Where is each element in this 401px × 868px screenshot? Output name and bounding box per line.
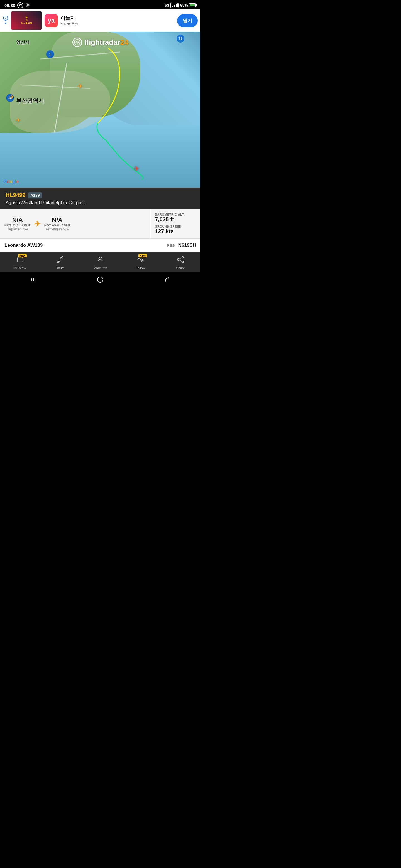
departure-col: N/A NOT AVAILABLE Departed N/A: [4, 216, 31, 231]
svg-rect-17: [31, 278, 32, 281]
ad-image-text: 늘자최선을다해: [21, 16, 32, 25]
baro-alt-label: BAROMETRIC ALT.: [155, 213, 196, 216]
from-label: NOT AVAILABLE: [4, 224, 31, 227]
from-code: N/A: [12, 216, 23, 224]
nav-label-follow: Follow: [136, 266, 145, 270]
sys-nav-home[interactable]: [97, 276, 104, 284]
map-area[interactable]: flightradar 24 1 10 31 양산시 부산광역시 ✈ ✈ ✈ ✈…: [0, 32, 200, 187]
svg-point-13: [182, 261, 183, 262]
status-right: 5G 95%: [164, 3, 196, 8]
battery-body: [189, 3, 196, 7]
sys-nav-recents[interactable]: [164, 276, 170, 284]
battery-fill: [190, 4, 195, 6]
svg-line-16: [179, 260, 182, 261]
nav-item-follow[interactable]: NEW Follow: [120, 256, 161, 270]
signal-bars: [172, 3, 178, 7]
ad-close-btn[interactable]: ×: [4, 21, 7, 26]
plane-divider-icon: ✈: [34, 219, 41, 229]
ad-app-icon: ya: [45, 14, 58, 27]
nav-item-3d-view[interactable]: NEW 3D view: [0, 256, 40, 270]
departed-label: Departed N/A: [6, 227, 28, 231]
nav-label-share: Share: [176, 266, 185, 270]
ad-open-button[interactable]: 열기: [177, 14, 198, 27]
flight-panel: HL9499 A139 AgustaWestland Philadelphia …: [0, 187, 200, 209]
gs-val: 127 kts: [155, 228, 196, 235]
svg-rect-18: [33, 278, 34, 281]
wear-icon: W: [17, 2, 23, 8]
to-code: N/A: [52, 216, 63, 224]
sys-nav-back[interactable]: [30, 276, 37, 284]
time-label: 09:38: [4, 3, 15, 8]
flight-route-svg: [0, 32, 200, 187]
nav-label-more-info: More info: [93, 266, 107, 270]
nav-item-share[interactable]: Share: [161, 256, 200, 270]
svg-point-9: [61, 256, 63, 258]
flight-operator: AgustaWestland Philadelphia Corpor...: [6, 200, 195, 206]
more-info-icon: [96, 256, 104, 265]
battery-indicator: 95%: [180, 3, 196, 7]
bottom-nav: NEW 3D view Route More info: [0, 252, 200, 272]
3d-view-icon: NEW: [16, 256, 24, 265]
to-label: NOT AVAILABLE: [44, 224, 70, 227]
reg-val: N619SH: [178, 243, 196, 248]
reg-label: REG: [167, 243, 175, 248]
stats-panel: N/A NOT AVAILABLE Departed N/A ✈ N/A NOT…: [0, 209, 200, 239]
svg-point-12: [182, 256, 183, 258]
aircraft-icon-3: ✈: [15, 117, 21, 124]
arrival-col: N/A NOT AVAILABLE Arriving in N/A: [44, 216, 70, 231]
baro-alt-val: 7,025 ft: [155, 216, 196, 223]
nav-label-3d-view: 3D view: [14, 266, 26, 270]
stats-right: BAROMETRIC ALT. 7,025 ft GROUND SPEED 12…: [150, 209, 200, 239]
nav-item-route[interactable]: Route: [40, 256, 80, 270]
svg-point-14: [177, 259, 179, 260]
follow-icon: NEW: [137, 256, 144, 265]
flight-number: HL9499: [6, 192, 25, 198]
network-label: 5G: [164, 3, 171, 8]
aircraft-model: Leonardo AW139: [4, 243, 164, 248]
svg-rect-19: [34, 278, 35, 281]
svg-rect-6: [17, 258, 23, 262]
aircraft-info-row: Leonardo AW139 REG N619SH: [0, 239, 200, 252]
3d-new-badge: NEW: [18, 254, 27, 257]
snowflake-icon: ❊: [26, 2, 30, 8]
battery-pct: 95%: [180, 3, 188, 7]
share-icon: [176, 256, 184, 265]
svg-point-8: [57, 261, 59, 262]
arriving-label: Arriving in N/A: [46, 227, 69, 231]
stats-left: N/A NOT AVAILABLE Departed N/A ✈ N/A NOT…: [0, 209, 150, 239]
ad-image: 늘자최선을다해: [11, 11, 42, 30]
follow-new-badge: NEW: [138, 254, 147, 257]
nav-label-route: Route: [56, 266, 65, 270]
system-nav-bar: [0, 272, 200, 289]
ad-app-name: 야놀자: [61, 15, 174, 22]
aircraft-type-badge: A139: [28, 192, 42, 198]
google-logo: G o o g l e: [3, 179, 19, 184]
ad-info-controls[interactable]: i ×: [3, 16, 8, 26]
aircraft-main-icon: ✈: [134, 164, 140, 173]
aircraft-icon-1: ✈: [9, 93, 15, 101]
ad-banner: i × 늘자최선을다해 ya 야놀자 4.6 ★ 무료 열기: [0, 9, 200, 32]
nav-item-more-info[interactable]: More info: [80, 256, 120, 270]
gs-label: GROUND SPEED: [155, 225, 196, 228]
route-yellow: [97, 49, 120, 124]
ad-rating: 4.6 ★ 무료: [61, 22, 174, 26]
ad-info-icon[interactable]: i: [3, 16, 8, 21]
ad-text: 야놀자 4.6 ★ 무료: [61, 15, 174, 26]
route-icon: [56, 256, 64, 265]
aircraft-icon-2: ✈: [78, 82, 83, 90]
svg-point-20: [97, 277, 103, 282]
status-left: 09:38 W ❊: [4, 2, 30, 8]
flight-header: HL9499 A139: [6, 192, 195, 198]
status-bar: 09:38 W ❊ 5G 95%: [0, 0, 200, 9]
svg-line-15: [179, 258, 182, 259]
